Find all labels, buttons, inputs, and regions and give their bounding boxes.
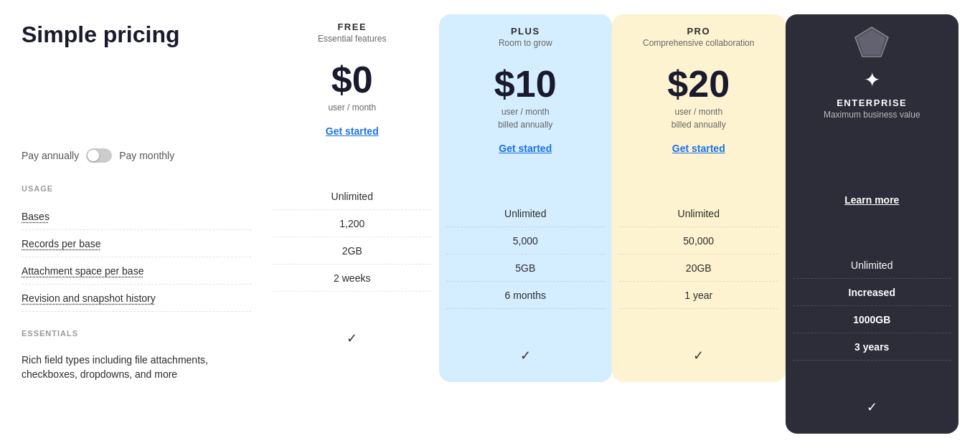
plan-enterprise: ✦ ENTERPRISE Maximum business value Lear… (786, 14, 959, 434)
enterprise-usage-spacer (793, 220, 952, 252)
enterprise-rich-field-check: ✓ (793, 392, 952, 422)
plan-plus: PLUS Room to grow $10 user / month bille… (439, 14, 613, 382)
plus-plan-billing: user / month billed annually (498, 105, 552, 131)
plus-cta-button[interactable]: Get started (499, 143, 552, 154)
plus-plan-tagline: Room to grow (499, 38, 552, 48)
free-attachment-value: 2GB (273, 237, 432, 264)
toggle-switch[interactable] (86, 148, 112, 163)
usage-section: USAGE Bases Records per base Attachment … (22, 184, 251, 387)
pro-attachment-value: 20GB (619, 254, 778, 282)
plans-area: FREE Essential features $0 user / month … (265, 22, 958, 434)
plus-rich-field-check: ✓ (446, 340, 606, 371)
free-records-value: 1,200 (273, 210, 432, 237)
plus-plan-header: PLUS Room to grow (499, 26, 552, 59)
feature-labels-column: Simple pricing Pay annually Pay monthly … (22, 22, 265, 387)
plus-plan-name: PLUS (499, 26, 552, 37)
free-usage-spacer (273, 151, 432, 183)
feature-row-rich-field: Rich field types including file attachme… (22, 348, 251, 387)
pro-cta-button[interactable]: Get started (672, 143, 725, 154)
pro-bases-value: Unlimited (619, 200, 778, 227)
enterprise-plan-name: ENTERPRISE (824, 97, 920, 108)
enterprise-cta-button[interactable]: Learn more (844, 194, 899, 206)
plan-pro: PRO Comprehensive collaboration $20 user… (612, 14, 786, 382)
plan-free: FREE Essential features $0 user / month … (265, 22, 439, 353)
bases-label: Bases (22, 211, 50, 222)
enterprise-plan-tagline: Maximum business value (824, 110, 920, 120)
free-rich-field-check: ✓ (273, 323, 432, 353)
pro-plan-price: $20 (667, 65, 730, 103)
revision-history-label: Revision and snapshot history (22, 292, 156, 304)
plus-records-value: 5,000 (446, 227, 606, 254)
pro-plan-tagline: Comprehensive collaboration (643, 38, 754, 48)
enterprise-attachment-value: 1000GB (793, 306, 952, 333)
page-title: Simple pricing (22, 22, 251, 48)
toggle-thumb (88, 150, 99, 161)
plus-check-icon: ✓ (520, 348, 531, 363)
pro-revision-value: 1 year (619, 282, 778, 309)
pro-plan-header: PRO Comprehensive collaboration (643, 26, 754, 59)
enterprise-revision-value: 3 years (793, 333, 952, 361)
plus-attachment-value: 5GB (446, 254, 606, 282)
free-plan-tagline: Essential features (318, 34, 386, 44)
pro-essentials-spacer (619, 309, 778, 340)
pro-rich-field-check: ✓ (619, 340, 778, 371)
plus-essentials-spacer (446, 309, 606, 340)
pro-check-icon: ✓ (693, 348, 704, 363)
free-check-icon: ✓ (347, 330, 357, 346)
enterprise-plan-header: ENTERPRISE Maximum business value (824, 97, 920, 131)
essentials-section-label: ESSENTIALS (22, 329, 251, 338)
pro-plan-billing: user / month billed annually (672, 105, 726, 131)
enterprise-records-value: Increased (793, 279, 952, 306)
free-plan-billing: user / month (328, 101, 376, 114)
feature-row-revision: Revision and snapshot history (22, 285, 251, 312)
rich-field-label: Rich field types including file attachme… (22, 348, 251, 387)
feature-row-records: Records per base (22, 230, 251, 257)
enterprise-check-icon: ✓ (867, 399, 877, 415)
free-bases-value: Unlimited (273, 183, 432, 210)
free-essentials-spacer (273, 292, 432, 323)
feature-row-attachment: Attachment space per base (22, 257, 251, 285)
plus-usage-spacer (446, 168, 606, 200)
free-plan-name: FREE (318, 22, 386, 32)
free-plan-header: FREE Essential features (318, 22, 386, 55)
records-per-base-label: Records per base (22, 238, 101, 249)
pro-records-value: 50,000 (619, 227, 778, 254)
pay-monthly-label: Pay monthly (119, 150, 174, 161)
enterprise-bases-value: Unlimited (793, 252, 952, 279)
billing-toggle[interactable]: Pay annually Pay monthly (22, 148, 251, 163)
pro-usage-spacer (619, 168, 778, 200)
usage-section-label: USAGE (22, 184, 251, 193)
sparkle-icon: ✦ (864, 68, 880, 92)
plus-bases-value: Unlimited (446, 200, 606, 227)
diamond-icon (854, 26, 890, 58)
plus-plan-price: $10 (494, 65, 557, 103)
pro-plan-name: PRO (643, 26, 754, 37)
pay-annually-label: Pay annually (22, 150, 79, 161)
plus-revision-value: 6 months (446, 282, 606, 309)
free-plan-price: $0 (331, 61, 373, 98)
enterprise-essentials-spacer (793, 361, 952, 392)
feature-row-bases: Bases (22, 203, 251, 230)
attachment-space-label: Attachment space per base (22, 265, 143, 277)
enterprise-decoration (854, 26, 890, 61)
free-cta-button[interactable]: Get started (326, 125, 379, 137)
free-revision-value: 2 weeks (273, 264, 432, 292)
